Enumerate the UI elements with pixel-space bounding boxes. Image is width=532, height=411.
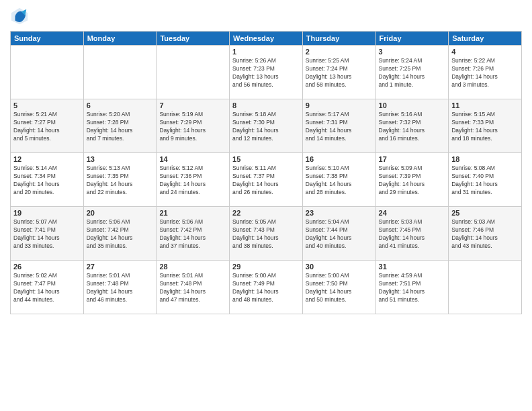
day-info: Sunrise: 4:59 AM Sunset: 7:51 PM Dayligh… [379, 272, 446, 304]
day-info: Sunrise: 5:26 AM Sunset: 7:23 PM Dayligh… [232, 57, 300, 89]
header-tuesday: Tuesday [157, 32, 230, 46]
day-number: 4 [451, 48, 519, 56]
day-number: 29 [232, 263, 300, 271]
week-row-1: 5Sunrise: 5:21 AM Sunset: 7:27 PM Daylig… [11, 99, 522, 153]
day-info: Sunrise: 5:11 AM Sunset: 7:37 PM Dayligh… [232, 165, 300, 197]
day-info: Sunrise: 5:18 AM Sunset: 7:30 PM Dayligh… [232, 111, 300, 143]
day-info: Sunrise: 5:17 AM Sunset: 7:31 PM Dayligh… [306, 111, 373, 143]
week-row-2: 12Sunrise: 5:14 AM Sunset: 7:34 PM Dayli… [11, 153, 522, 207]
calendar-header: SundayMondayTuesdayWednesdayThursdayFrid… [11, 32, 522, 46]
calendar-cell [83, 46, 157, 99]
day-info: Sunrise: 5:04 AM Sunset: 7:44 PM Dayligh… [306, 218, 373, 250]
calendar-cell: 25Sunrise: 5:03 AM Sunset: 7:46 PM Dayli… [449, 207, 522, 261]
calendar-cell: 20Sunrise: 5:06 AM Sunset: 7:42 PM Dayli… [83, 207, 157, 261]
day-info: Sunrise: 5:07 AM Sunset: 7:41 PM Dayligh… [13, 218, 81, 250]
calendar-cell: 14Sunrise: 5:12 AM Sunset: 7:36 PM Dayli… [157, 153, 230, 207]
logo-icon [10, 7, 29, 26]
day-number: 11 [451, 101, 519, 109]
calendar-cell: 4Sunrise: 5:22 AM Sunset: 7:26 PM Daylig… [449, 46, 522, 99]
day-number: 18 [451, 155, 519, 163]
calendar-cell: 13Sunrise: 5:13 AM Sunset: 7:35 PM Dayli… [83, 153, 157, 207]
calendar-cell: 18Sunrise: 5:08 AM Sunset: 7:40 PM Dayli… [449, 153, 522, 207]
day-info: Sunrise: 5:22 AM Sunset: 7:26 PM Dayligh… [451, 57, 519, 89]
day-info: Sunrise: 5:06 AM Sunset: 7:42 PM Dayligh… [159, 218, 226, 250]
day-info: Sunrise: 5:01 AM Sunset: 7:48 PM Dayligh… [159, 272, 226, 304]
calendar-cell: 21Sunrise: 5:06 AM Sunset: 7:42 PM Dayli… [157, 207, 230, 261]
day-info: Sunrise: 5:10 AM Sunset: 7:38 PM Dayligh… [306, 165, 373, 197]
day-info: Sunrise: 5:03 AM Sunset: 7:46 PM Dayligh… [451, 218, 519, 250]
calendar-cell: 23Sunrise: 5:04 AM Sunset: 7:44 PM Dayli… [302, 207, 375, 261]
calendar-cell [157, 46, 230, 99]
week-row-4: 26Sunrise: 5:02 AM Sunset: 7:47 PM Dayli… [11, 261, 522, 314]
day-number: 15 [232, 155, 300, 163]
day-info: Sunrise: 5:25 AM Sunset: 7:24 PM Dayligh… [306, 57, 373, 89]
day-number: 22 [232, 209, 300, 217]
day-info: Sunrise: 5:02 AM Sunset: 7:47 PM Dayligh… [13, 272, 81, 304]
day-number: 17 [379, 155, 446, 163]
day-info: Sunrise: 5:19 AM Sunset: 7:29 PM Dayligh… [159, 111, 226, 143]
day-number: 3 [379, 48, 446, 56]
day-info: Sunrise: 5:00 AM Sunset: 7:49 PM Dayligh… [232, 272, 300, 304]
header-wednesday: Wednesday [230, 32, 303, 46]
calendar-cell: 31Sunrise: 4:59 AM Sunset: 7:51 PM Dayli… [375, 261, 449, 314]
day-number: 14 [159, 155, 226, 163]
header-saturday: Saturday [449, 32, 522, 46]
week-row-0: 1Sunrise: 5:26 AM Sunset: 7:23 PM Daylig… [11, 46, 522, 99]
calendar-cell [11, 46, 84, 99]
day-number: 20 [87, 209, 154, 217]
day-number: 6 [87, 101, 154, 109]
day-info: Sunrise: 5:00 AM Sunset: 7:50 PM Dayligh… [306, 272, 373, 304]
day-number: 1 [232, 48, 300, 56]
calendar-cell: 29Sunrise: 5:00 AM Sunset: 7:49 PM Dayli… [230, 261, 303, 314]
header-monday: Monday [83, 32, 157, 46]
calendar-cell: 6Sunrise: 5:20 AM Sunset: 7:28 PM Daylig… [83, 99, 157, 153]
calendar-cell: 8Sunrise: 5:18 AM Sunset: 7:30 PM Daylig… [230, 99, 303, 153]
header-friday: Friday [375, 32, 449, 46]
day-number: 13 [87, 155, 154, 163]
day-number: 21 [159, 209, 226, 217]
day-number: 10 [379, 101, 446, 109]
calendar-cell: 19Sunrise: 5:07 AM Sunset: 7:41 PM Dayli… [11, 207, 84, 261]
calendar-body: 1Sunrise: 5:26 AM Sunset: 7:23 PM Daylig… [11, 46, 522, 314]
day-number: 2 [306, 48, 373, 56]
calendar-cell: 26Sunrise: 5:02 AM Sunset: 7:47 PM Dayli… [11, 261, 84, 314]
day-number: 27 [87, 263, 154, 271]
calendar-cell [449, 261, 522, 314]
calendar-cell: 11Sunrise: 5:15 AM Sunset: 7:33 PM Dayli… [449, 99, 522, 153]
calendar-cell: 15Sunrise: 5:11 AM Sunset: 7:37 PM Dayli… [230, 153, 303, 207]
day-info: Sunrise: 5:13 AM Sunset: 7:35 PM Dayligh… [87, 165, 154, 197]
calendar-cell: 9Sunrise: 5:17 AM Sunset: 7:31 PM Daylig… [302, 99, 375, 153]
day-number: 5 [13, 101, 81, 109]
logo [10, 7, 32, 26]
header-thursday: Thursday [302, 32, 375, 46]
calendar-table: SundayMondayTuesdayWednesdayThursdayFrid… [10, 31, 522, 314]
day-info: Sunrise: 5:14 AM Sunset: 7:34 PM Dayligh… [13, 165, 81, 197]
calendar-cell: 17Sunrise: 5:09 AM Sunset: 7:39 PM Dayli… [375, 153, 449, 207]
day-info: Sunrise: 5:09 AM Sunset: 7:39 PM Dayligh… [379, 165, 446, 197]
day-number: 28 [159, 263, 226, 271]
calendar-cell: 1Sunrise: 5:26 AM Sunset: 7:23 PM Daylig… [230, 46, 303, 99]
calendar-cell: 27Sunrise: 5:01 AM Sunset: 7:48 PM Dayli… [83, 261, 157, 314]
calendar-cell: 5Sunrise: 5:21 AM Sunset: 7:27 PM Daylig… [11, 99, 84, 153]
day-info: Sunrise: 5:05 AM Sunset: 7:43 PM Dayligh… [232, 218, 300, 250]
header-row: SundayMondayTuesdayWednesdayThursdayFrid… [11, 32, 522, 46]
day-number: 19 [13, 209, 81, 217]
calendar-cell: 12Sunrise: 5:14 AM Sunset: 7:34 PM Dayli… [11, 153, 84, 207]
day-number: 12 [13, 155, 81, 163]
day-number: 26 [13, 263, 81, 271]
day-number: 23 [306, 209, 373, 217]
calendar-cell: 16Sunrise: 5:10 AM Sunset: 7:38 PM Dayli… [302, 153, 375, 207]
day-info: Sunrise: 5:20 AM Sunset: 7:28 PM Dayligh… [87, 111, 154, 143]
day-info: Sunrise: 5:16 AM Sunset: 7:32 PM Dayligh… [379, 111, 446, 143]
day-number: 7 [159, 101, 226, 109]
day-number: 24 [379, 209, 446, 217]
calendar-cell: 2Sunrise: 5:25 AM Sunset: 7:24 PM Daylig… [302, 46, 375, 99]
calendar-cell: 22Sunrise: 5:05 AM Sunset: 7:43 PM Dayli… [230, 207, 303, 261]
day-info: Sunrise: 5:21 AM Sunset: 7:27 PM Dayligh… [13, 111, 81, 143]
day-info: Sunrise: 5:24 AM Sunset: 7:25 PM Dayligh… [379, 57, 446, 89]
day-info: Sunrise: 5:06 AM Sunset: 7:42 PM Dayligh… [87, 218, 154, 250]
day-info: Sunrise: 5:03 AM Sunset: 7:45 PM Dayligh… [379, 218, 446, 250]
calendar-cell: 24Sunrise: 5:03 AM Sunset: 7:45 PM Dayli… [375, 207, 449, 261]
day-number: 25 [451, 209, 519, 217]
day-number: 30 [306, 263, 373, 271]
